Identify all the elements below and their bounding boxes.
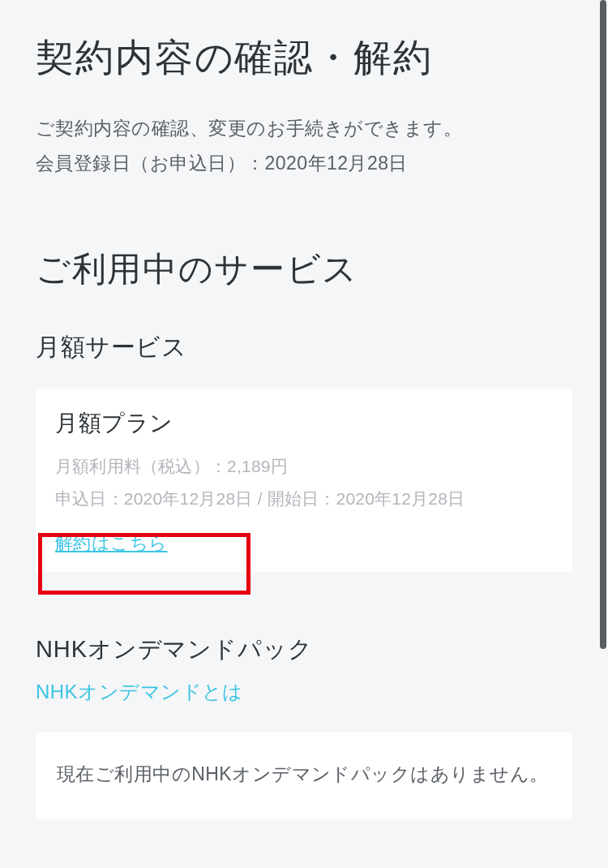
intro-line-1: ご契約内容の確認、変更のお手続きができます。 [36,111,572,146]
main-container: 契約内容の確認・解約 ご契約内容の確認、変更のお手続きができます。 会員登録日（… [0,0,608,819]
monthly-subheading: 月額サービス [36,331,572,364]
plan-name: 月額プラン [55,408,553,439]
scrollbar[interactable] [600,0,606,649]
nhk-empty-message: 現在ご利用中のNHKオンデマンドパックはありません。 [57,757,551,793]
services-heading: ご利用中のサービス [36,247,572,292]
nhk-about-link[interactable]: NHKオンデマンドとは [36,679,243,705]
intro-line-2: 会員登録日（お申込日）：2020年12月28日 [36,146,572,181]
nhk-subheading: NHKオンデマンドパック [36,634,572,666]
nhk-card: 現在ご利用中のNHKオンデマンドパックはありません。 [36,733,572,820]
cancel-link[interactable]: 解約はこちら [55,531,168,556]
plan-fee: 月額利用料（税込）：2,189円 [55,452,553,481]
plan-dates: 申込日：2020年12月28日 / 開始日：2020年12月28日 [55,484,553,513]
intro-text: ご契約内容の確認、変更のお手続きができます。 会員登録日（お申込日）：2020年… [36,111,572,180]
nhk-section: NHKオンデマンドパック NHKオンデマンドとは 現在ご利用中のNHKオンデマン… [36,634,572,820]
monthly-plan-card: 月額プラン 月額利用料（税込）：2,189円 申込日：2020年12月28日 /… [36,389,572,571]
monthly-card-wrapper: 月額プラン 月額利用料（税込）：2,189円 申込日：2020年12月28日 /… [36,389,572,571]
page-title: 契約内容の確認・解約 [36,32,572,82]
